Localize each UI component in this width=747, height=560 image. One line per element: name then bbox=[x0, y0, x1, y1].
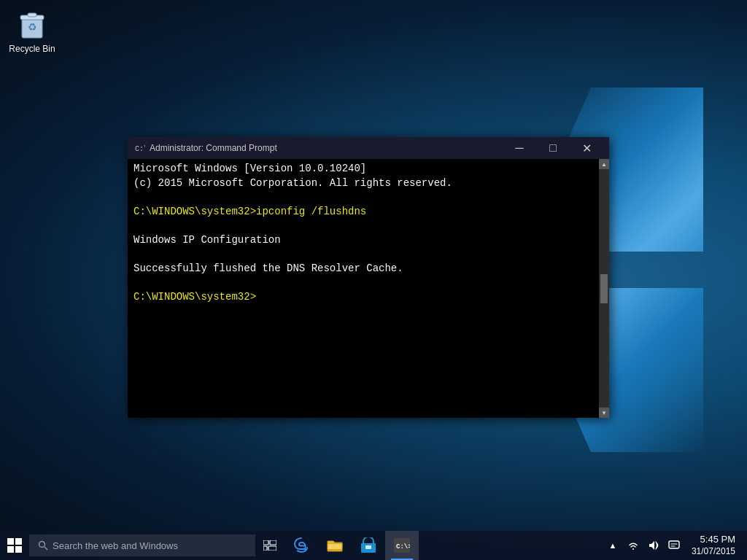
svg-rect-7 bbox=[15, 538, 22, 545]
svg-rect-12 bbox=[263, 540, 268, 545]
store-icon bbox=[360, 537, 377, 554]
cmd-close-button[interactable]: ✕ bbox=[570, 137, 603, 159]
cmd-maximize-button[interactable]: □ bbox=[536, 137, 570, 159]
start-button[interactable] bbox=[0, 531, 29, 560]
cmd-line-5: Successfully flushed the DNS Resolver Ca… bbox=[133, 262, 593, 276]
clock[interactable]: 5:45 PM 31/07/2015 bbox=[686, 534, 741, 557]
volume-tray-icon[interactable] bbox=[645, 535, 662, 556]
recycle-bin-icon[interactable]: ♻ Recycle Bin bbox=[6, 6, 58, 54]
cmd-taskbar-button[interactable]: C:\>_ bbox=[385, 531, 419, 560]
notification-tray-icon[interactable] bbox=[665, 535, 683, 556]
svg-rect-8 bbox=[7, 546, 14, 553]
cmd-output: Microsoft Windows [Version 10.0.10240] (… bbox=[128, 159, 599, 418]
file-explorer-taskbar-button[interactable] bbox=[318, 531, 352, 560]
svg-rect-9 bbox=[15, 546, 22, 553]
svg-text:C:\>_: C:\>_ bbox=[396, 543, 410, 551]
taskbar: Search the web and Windows bbox=[0, 531, 747, 560]
scroll-thumb[interactable] bbox=[600, 274, 608, 303]
cmd-title-text: Administrator: Command Prompt bbox=[150, 143, 503, 153]
network-tray-icon[interactable] bbox=[624, 535, 642, 556]
svg-text:C:\: C:\ bbox=[135, 145, 145, 153]
start-icon bbox=[7, 538, 22, 553]
search-box[interactable]: Search the web and Windows bbox=[29, 534, 255, 556]
clock-date: 31/07/2015 bbox=[692, 546, 735, 558]
cmd-body: Microsoft Windows [Version 10.0.10240] (… bbox=[128, 159, 609, 418]
cmd-taskbar-icon: C:\>_ bbox=[393, 537, 411, 554]
taskbar-tray: ▲ bbox=[604, 534, 747, 557]
svg-rect-14 bbox=[263, 546, 267, 551]
svg-rect-2 bbox=[28, 13, 36, 17]
desktop: ♻ Recycle Bin C:\ Administrator: Command… bbox=[0, 0, 747, 560]
svg-text:♻: ♻ bbox=[28, 21, 37, 33]
svg-rect-13 bbox=[270, 540, 276, 545]
svg-rect-18 bbox=[365, 545, 371, 549]
svg-line-11 bbox=[44, 547, 47, 550]
cmd-line-1: Microsoft Windows [Version 10.0.10240] bbox=[133, 162, 593, 176]
cmd-titlebar: C:\ Administrator: Command Prompt ─ □ ✕ bbox=[128, 137, 609, 159]
search-placeholder: Search the web and Windows bbox=[53, 540, 178, 551]
svg-rect-16 bbox=[328, 543, 342, 550]
cmd-title-icon: C:\ bbox=[133, 142, 145, 154]
scroll-up-button[interactable]: ▲ bbox=[599, 159, 609, 169]
file-explorer-icon bbox=[326, 537, 344, 554]
cmd-line-6: C:\WINDOWS\system32> bbox=[133, 290, 593, 305]
tray-chevron-button[interactable]: ▲ bbox=[604, 535, 622, 556]
scroll-down-button[interactable]: ▼ bbox=[599, 408, 609, 418]
recycle-bin-label: Recycle Bin bbox=[6, 44, 58, 54]
cmd-window: C:\ Administrator: Command Prompt ─ □ ✕ … bbox=[128, 137, 609, 418]
cmd-window-controls: ─ □ ✕ bbox=[503, 137, 603, 159]
cmd-line-2: (c) 2015 Microsoft Corporation. All righ… bbox=[133, 176, 593, 191]
cmd-line-4: Windows IP Configuration bbox=[133, 233, 593, 248]
edge-taskbar-button[interactable] bbox=[285, 531, 318, 560]
taskbar-apps: C:\>_ bbox=[285, 531, 604, 560]
store-taskbar-button[interactable] bbox=[352, 531, 385, 560]
clock-time: 5:45 PM bbox=[692, 534, 735, 546]
svg-rect-21 bbox=[669, 541, 679, 548]
svg-point-10 bbox=[39, 542, 45, 548]
edge-icon bbox=[293, 537, 310, 554]
svg-rect-15 bbox=[268, 546, 276, 551]
cmd-scrollbar: ▲ ▼ bbox=[599, 159, 609, 418]
cmd-line-3: C:\WINDOWS\system32>ipconfig /flushdns bbox=[133, 205, 593, 219]
search-icon bbox=[38, 540, 48, 551]
svg-rect-6 bbox=[7, 538, 14, 545]
task-view-button[interactable] bbox=[255, 531, 285, 560]
task-view-icon bbox=[263, 540, 276, 551]
cmd-minimize-button[interactable]: ─ bbox=[503, 137, 536, 159]
